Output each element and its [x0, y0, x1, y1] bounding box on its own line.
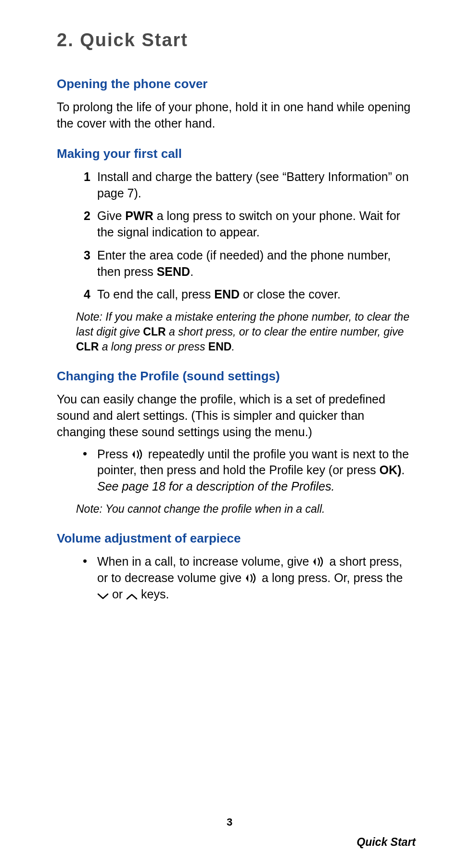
- first-call-steps: 1 Install and charge the battery (see “B…: [76, 169, 416, 303]
- chevron-up-icon: [126, 588, 138, 604]
- chapter-title: 2. Quick Start: [57, 28, 416, 52]
- text-run: keys.: [138, 587, 169, 601]
- text-run: a long press. Or, press the: [258, 571, 403, 584]
- heading-profile: Changing the Profile (sound settings): [57, 368, 416, 385]
- step-text: Install and charge the battery (see “Bat…: [97, 170, 409, 200]
- key-label-send: SEND: [157, 265, 190, 278]
- step-2: 2 Give PWR a long press to switch on you…: [76, 208, 416, 241]
- step-text: Give PWR a long press to switch on your …: [97, 209, 400, 239]
- text-run: .: [231, 340, 234, 353]
- cross-reference: See page 18 for a description of the Pro…: [97, 479, 334, 493]
- text-run: Enter the area code (if needed) and the …: [97, 248, 391, 278]
- text-run: .: [190, 265, 193, 278]
- step-text: Enter the area code (if needed) and the …: [97, 248, 391, 278]
- step-number: 3: [76, 247, 90, 264]
- heading-opening-cover: Opening the phone cover: [57, 76, 416, 92]
- step-text: To end the call, press END or close the …: [97, 287, 341, 301]
- key-label-end: END: [208, 340, 232, 353]
- key-label-ok: OK): [379, 463, 401, 477]
- text-run: To end the call, press: [97, 287, 214, 301]
- text-run: or close the cover.: [240, 287, 341, 301]
- step-number: 4: [76, 286, 90, 303]
- page-number: 3: [0, 815, 459, 829]
- text-run: When in a call, to increase volume, give: [97, 555, 312, 568]
- volume-bullets: When in a call, to increase volume, give…: [76, 554, 416, 604]
- text-run: a short press, or to clear the entire nu…: [166, 325, 404, 338]
- text-run: a long press or press: [99, 340, 208, 353]
- footer-section-label: Quick Start: [357, 835, 416, 850]
- profile-bullets: Press repeatedly until the profile you w…: [76, 446, 416, 495]
- text-run: Press: [97, 447, 131, 461]
- heading-volume: Volume adjustment of earpiece: [57, 530, 416, 547]
- step-number: 2: [76, 208, 90, 224]
- paragraph-profile: You can easily change the profile, which…: [57, 391, 416, 440]
- text-run: or: [109, 587, 126, 601]
- profile-icon: [245, 571, 258, 584]
- key-label-end: END: [214, 287, 240, 301]
- note-mistake: Note: If you make a mistake entering the…: [76, 310, 416, 354]
- step-1: 1 Install and charge the battery (see “B…: [76, 169, 416, 202]
- text-run: Give: [97, 209, 125, 222]
- paragraph-opening-cover: To prolong the life of your phone, hold …: [57, 99, 416, 132]
- text-run: .: [401, 463, 405, 477]
- step-number: 1: [76, 169, 90, 185]
- profile-icon: [131, 447, 145, 461]
- chevron-down-icon: [97, 588, 109, 604]
- bullet-volume: When in a call, to increase volume, give…: [76, 554, 416, 604]
- note-profile-in-call: Note: You cannot change the profile when…: [76, 502, 416, 517]
- step-3: 3 Enter the area code (if needed) and th…: [76, 247, 416, 280]
- key-label-pwr: PWR: [125, 209, 153, 222]
- key-label-clr: CLR: [76, 340, 99, 353]
- bullet-profile-press: Press repeatedly until the profile you w…: [76, 446, 416, 495]
- step-4: 4 To end the call, press END or close th…: [76, 286, 416, 303]
- profile-icon: [312, 555, 326, 568]
- key-label-clr: CLR: [143, 325, 166, 338]
- heading-first-call: Making your first call: [57, 145, 416, 162]
